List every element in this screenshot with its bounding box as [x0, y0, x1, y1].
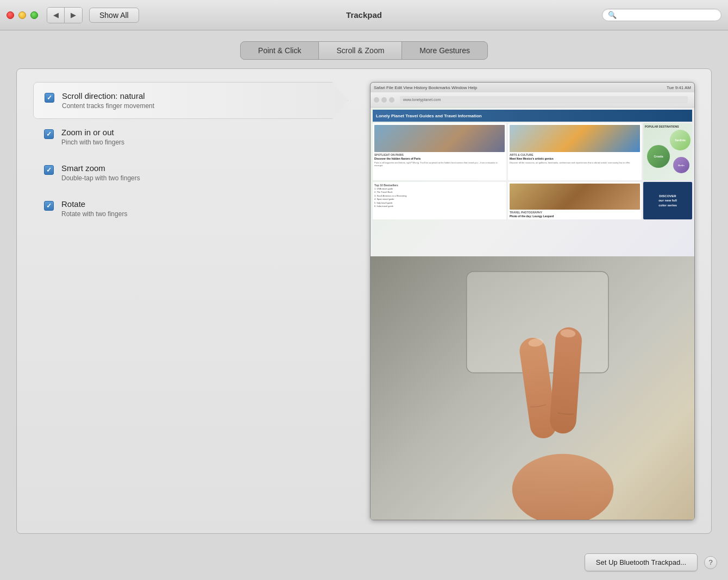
- tab-scroll-zoom[interactable]: Scroll & Zoom: [319, 42, 402, 59]
- nav-buttons: ◀ ▶: [47, 7, 83, 23]
- paris-img: [374, 125, 505, 152]
- maximize-button[interactable]: [30, 11, 38, 19]
- checkbox-smart-zoom[interactable]: [44, 165, 54, 175]
- photo-heading: TRAVEL PHOTOGRAPHY: [510, 211, 640, 214]
- photo-title: Photo of the day: Loungy Leopard: [510, 215, 640, 218]
- main-content: Point & Click Scroll & Zoom More Gesture…: [0, 30, 728, 545]
- checkbox-rotate[interactable]: [44, 201, 54, 211]
- toolbar-btn-1: [374, 97, 379, 103]
- preview-toolbar: www.lonelyplanet.com: [371, 92, 694, 108]
- preview-area: Safari File Edit View History Bookmarks …: [370, 82, 695, 520]
- forward-button[interactable]: ▶: [65, 8, 82, 23]
- option-scroll-direction: Scroll direction: natural Content tracks…: [33, 82, 348, 119]
- option-title-rotate: Rotate: [61, 199, 127, 209]
- option-title-zoom: Zoom in or out: [61, 128, 124, 137]
- discover-card: DISCOVERour new fullcolor series: [643, 182, 692, 219]
- help-button[interactable]: ?: [704, 556, 717, 569]
- tabs: Point & Click Scroll & Zoom More Gesture…: [240, 41, 488, 60]
- trackpad-gesture-area: [371, 256, 694, 520]
- trackpad-hand-svg: [371, 256, 694, 520]
- bestsellers-heading: Top 10 Bestsellers: [374, 184, 505, 187]
- dest-circles: Sardinia Croatia Berlin: [645, 130, 691, 179]
- checkbox-wrapper-smart: [44, 165, 54, 175]
- toolbar-btn-3: [389, 97, 394, 103]
- content-card-nm: ARTS & CULTURE Meet New Mexico's artisti…: [508, 123, 642, 180]
- nm-desc: Discover all the museums, art galleries,…: [510, 161, 640, 165]
- tab-point-click[interactable]: Point & Click: [241, 42, 319, 59]
- setup-bluetooth-button[interactable]: Set Up Bluetooth Trackpad...: [585, 553, 698, 571]
- content-row-2: Top 10 Bestsellers 1. USA travel guide2.…: [373, 182, 692, 219]
- bestsellers-card: Top 10 Bestsellers 1. USA travel guide2.…: [373, 182, 506, 219]
- svg-point-1: [512, 454, 614, 520]
- preview-menubar: Safari File Edit View History Bookmarks …: [371, 83, 694, 92]
- titlebar: ◀ ▶ Show All Trackpad 🔍: [0, 0, 728, 30]
- nm-img: [510, 125, 640, 152]
- content-row-1: SPOTLIGHT ON PARIS Discover the hidden f…: [373, 123, 692, 180]
- dest-sardinia: Sardinia: [670, 130, 691, 150]
- option-desc-smart: Double-tap with two fingers: [61, 174, 140, 182]
- dest-croatia: Croatia: [647, 145, 670, 168]
- search-input[interactable]: [619, 11, 716, 19]
- option-text-zoom: Zoom in or out Pinch with two fingers: [61, 128, 124, 146]
- option-rotate: Rotate Rotate with two fingers: [33, 191, 348, 226]
- discover-text: DISCOVERour new fullcolor series: [658, 194, 677, 207]
- preview-browser: www.lonelyplanet.com Lonely Planet Trave…: [371, 92, 694, 256]
- photo-card: TRAVEL PHOTOGRAPHY Photo of the day: Lou…: [508, 182, 642, 219]
- menubar-time: Tue 9:41 AM: [667, 85, 691, 90]
- show-all-button[interactable]: Show All: [89, 8, 139, 23]
- option-desc-rotate: Rotate with two fingers: [61, 210, 127, 218]
- bestsellers-list: 1. USA travel guide2. The Travel Book3. …: [374, 187, 505, 208]
- menubar-text: Safari File Edit View History Bookmarks …: [374, 85, 477, 90]
- browser-content: Lonely Planet Travel Guides and Travel I…: [371, 108, 694, 256]
- back-button[interactable]: ◀: [47, 8, 65, 23]
- option-text-scroll: Scroll direction: natural Content tracks…: [62, 91, 154, 110]
- option-zoom-in-out: Zoom in or out Pinch with two fingers: [33, 119, 348, 155]
- tabs-container: Point & Click Scroll & Zoom More Gesture…: [16, 41, 712, 60]
- checkbox-zoom-in-out[interactable]: [44, 129, 54, 139]
- paris-heading: SPOTLIGHT ON PARIS: [374, 153, 505, 156]
- minimize-button[interactable]: [18, 11, 26, 19]
- option-text-rotate: Rotate Rotate with two fingers: [61, 199, 127, 218]
- content-card-paris: SPOTLIGHT ON PARIS Discover the hidden f…: [373, 123, 506, 180]
- search-box: 🔍: [602, 9, 721, 21]
- option-smart-zoom: Smart zoom Double-tap with two fingers: [33, 155, 348, 191]
- options-list: Scroll direction: natural Content tracks…: [33, 82, 348, 520]
- banner: Lonely Planet Travel Guides and Travel I…: [373, 110, 692, 122]
- preview-screen: Safari File Edit View History Bookmarks …: [371, 83, 694, 256]
- option-title-smart: Smart zoom: [61, 163, 140, 173]
- nm-heading: ARTS & CULTURE: [510, 153, 640, 156]
- address-bar: www.lonelyplanet.com: [400, 96, 688, 104]
- option-desc-zoom: Pinch with two fingers: [61, 138, 124, 146]
- paris-desc: Paris is all baguettes and bérets, right…: [374, 161, 505, 167]
- search-icon: 🔍: [608, 11, 617, 19]
- checkbox-wrapper-rotate: [44, 201, 54, 211]
- option-title-scroll: Scroll direction: natural: [62, 91, 154, 100]
- close-button[interactable]: [7, 11, 14, 19]
- destinations-panel: POPULAR DESTINATIONS Sardinia Croatia Be…: [643, 123, 692, 180]
- nm-title: Meet New Mexico's artistic genius: [510, 157, 640, 161]
- leopard-img: [510, 184, 640, 210]
- panel: Scroll direction: natural Content tracks…: [16, 68, 712, 534]
- paris-title: Discover the hidden flavors of Paris: [374, 157, 505, 161]
- destinations-label: POPULAR DESTINATIONS: [645, 125, 691, 128]
- option-desc-scroll: Content tracks finger movement: [62, 102, 154, 110]
- option-text-smart: Smart zoom Double-tap with two fingers: [61, 163, 140, 182]
- tab-more-gestures[interactable]: More Gestures: [402, 42, 487, 59]
- traffic-lights: [7, 11, 38, 19]
- bottom-bar: Set Up Bluetooth Trackpad... ?: [0, 545, 728, 580]
- window-title: Trackpad: [346, 10, 382, 20]
- checkbox-wrapper-zoom: [44, 129, 54, 139]
- checkbox-wrapper-scroll: [45, 93, 54, 103]
- dest-berlin: Berlin: [673, 157, 689, 173]
- checkbox-scroll-direction[interactable]: [45, 93, 54, 103]
- toolbar-btn-2: [381, 97, 387, 103]
